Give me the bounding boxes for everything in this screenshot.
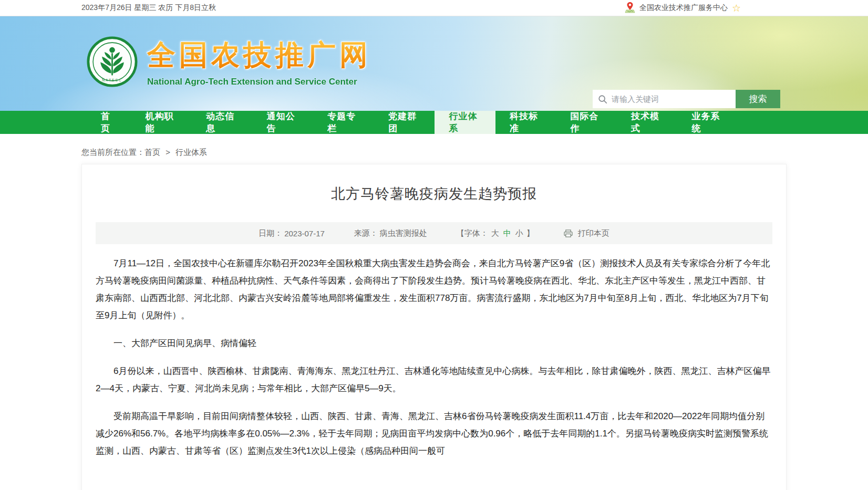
font-size-controls: 【字体： 大 中 小 】 (457, 228, 534, 238)
page: 2023年7月26日 星期三 农历 下月8日立秋 全国农业技术推广服务中心 ☆ (0, 0, 868, 490)
logo-group: NATESC 全国农技推广网 National Agro-Tech Extens… (87, 36, 371, 87)
breadcrumb-current-link[interactable]: 行业体系 (175, 148, 207, 157)
print-page-link[interactable]: 打印本页 (578, 228, 609, 238)
article-paragraph: 受前期高温干旱影响，目前田间病情整体较轻，山西、陕西、甘肃、青海、黑龙江、吉林6… (96, 408, 772, 460)
search-input[interactable] (612, 95, 730, 103)
search-icon (598, 95, 607, 104)
font-size-large-button[interactable]: 大 (491, 228, 499, 238)
nav-item-tech-standards[interactable]: 科技标准 (495, 111, 556, 134)
meta-date-label: 日期： (259, 228, 282, 238)
topbar: 2023年7月26日 星期三 农历 下月8日立秋 全国农业技术推广服务中心 ☆ (0, 0, 868, 16)
nav-item-special-topics[interactable]: 专题专栏 (313, 111, 374, 134)
meta-source-label: 来源： (354, 228, 378, 238)
breadcrumb-separator: > (166, 148, 170, 157)
search-box: 搜索 (593, 90, 780, 108)
article-meta-bar: 日期： 2023-07-17 来源： 病虫害测报处 【字体： 大 中 小 】 (96, 222, 772, 244)
nav-item-tech-models[interactable]: 技术模式 (617, 111, 678, 134)
site-title[interactable]: 全国农技推广网 (147, 36, 371, 75)
search-button[interactable]: 搜索 (736, 90, 780, 108)
map-pin-icon (625, 2, 635, 15)
search-input-wrap (593, 90, 736, 108)
org-name-link[interactable]: 全国农业技术推广服务中心 (639, 3, 728, 13)
favorite-star-icon[interactable]: ☆ (732, 3, 741, 13)
site-subtitle: National Agro-Tech Extension and Service… (147, 77, 371, 87)
header-banner: NATESC 全国农技推广网 National Agro-Tech Extens… (0, 16, 868, 111)
nav-items: 首页机构职能动态信息通知公告专题专栏党建群团行业体系科技标准国际合作技术模式业务… (0, 111, 868, 134)
nav-item-dynamic-info[interactable]: 动态信息 (192, 111, 253, 134)
breadcrumb-home-link[interactable]: 首页 (144, 148, 160, 157)
font-size-small-button[interactable]: 小 (515, 228, 523, 238)
nav-item-home[interactable]: 首页 (87, 111, 131, 134)
font-size-suffix: 】 (526, 228, 534, 238)
printer-icon (564, 230, 573, 237)
article-body: 7月11—12日，全国农技中心在新疆库尔勒召开2023年全国秋粮重大病虫害发生趋… (96, 255, 772, 460)
print-control: 打印本页 (564, 228, 609, 238)
date-text: 2023年7月26日 星期三 农历 下月8日立秋 (81, 3, 216, 13)
site-titles: 全国农技推广网 National Agro-Tech Extension and… (147, 36, 371, 87)
nav-item-party-building[interactable]: 党建群团 (374, 111, 435, 134)
font-size-prefix: 【字体： (457, 228, 488, 238)
nav-item-industry-system[interactable]: 行业体系 (435, 111, 495, 134)
breadcrumb: 您当前所在位置：首页 > 行业体系 (0, 134, 868, 164)
meta-date-value: 2023-07-17 (284, 229, 325, 238)
article-card: 北方马铃薯晚疫病发生趋势预报 日期： 2023-07-17 来源： 病虫害测报处… (81, 164, 787, 490)
nav-item-intl-cooperation[interactable]: 国际合作 (556, 111, 617, 134)
nav-item-notices[interactable]: 通知公告 (253, 111, 314, 134)
breadcrumb-prefix: 您当前所在位置： (81, 148, 144, 157)
nav-item-business-systems[interactable]: 业务系统 (678, 111, 739, 134)
font-size-medium-button[interactable]: 中 (503, 228, 511, 238)
meta-source: 来源： 病虫害测报处 (354, 228, 427, 238)
main-nav: 首页机构职能动态信息通知公告专题专栏党建群团行业体系科技标准国际合作技术模式业务… (0, 111, 868, 134)
article-title: 北方马铃薯晚疫病发生趋势预报 (96, 184, 772, 203)
article-paragraph: 6月份以来，山西晋中、陕西榆林、甘肃陇南、青海海东、黑龙江牡丹江、吉林通化等地陆… (96, 362, 772, 397)
article-paragraph: 7月11—12日，全国农技中心在新疆库尔勒召开2023年全国秋粮重大病虫害发生趋… (96, 255, 772, 324)
meta-source-value: 病虫害测报处 (380, 228, 427, 238)
topbar-right: 全国农业技术推广服务中心 ☆ (625, 2, 741, 15)
meta-date: 日期： 2023-07-17 (259, 228, 325, 238)
svg-text:NATESC: NATESC (102, 78, 122, 82)
section-heading: 一、大部产区田间见病早、病情偏轻 (96, 335, 772, 352)
nav-item-org-functions[interactable]: 机构职能 (131, 111, 192, 134)
site-logo-emblem[interactable]: NATESC (87, 36, 138, 87)
